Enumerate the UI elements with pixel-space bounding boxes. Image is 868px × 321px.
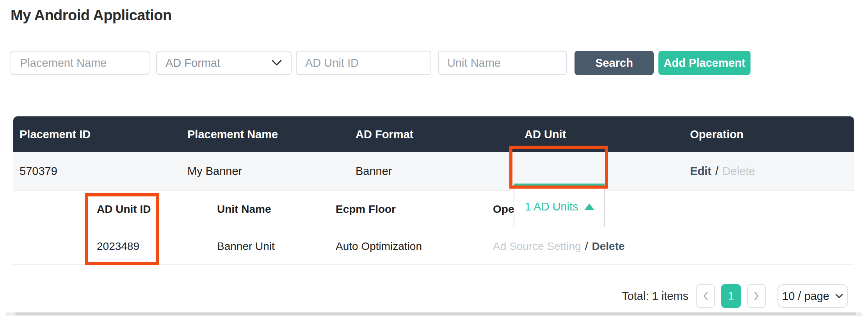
table-row: 570379 My Banner Banner Edit/Delete 1 AD… — [13, 152, 854, 190]
table-header-row: Placement ID Placement Name AD Format AD… — [13, 116, 854, 152]
edit-link[interactable]: Edit — [690, 165, 711, 177]
ecpm-floor-cell: Auto Optimization — [336, 240, 493, 253]
operation-cell: Edit/Delete — [690, 165, 854, 178]
unit-name-cell: Banner Unit — [217, 240, 336, 253]
col-header-placement-name: Placement Name — [187, 128, 356, 141]
operation-separator: / — [711, 165, 722, 177]
ad-unit-id-input[interactable] — [296, 51, 431, 75]
add-placement-button[interactable]: Add Placement — [658, 51, 751, 75]
ad-format-select-label: AD Format — [165, 57, 220, 70]
unit-name-input[interactable] — [438, 51, 567, 75]
subcol-header-unit-name: Unit Name — [217, 203, 336, 216]
subcol-header-ad-unit-id: AD Unit ID — [97, 203, 217, 216]
ad-format-select[interactable]: AD Format — [156, 51, 292, 75]
chevron-down-icon — [835, 293, 843, 299]
pagination: Total: 1 items 1 10 / page — [622, 284, 848, 308]
chevron-right-icon — [753, 291, 760, 301]
ad-source-setting-link[interactable]: Ad Source Setting — [493, 240, 581, 252]
col-header-placement-id: Placement ID — [20, 128, 187, 141]
placement-name-input[interactable] — [11, 51, 149, 75]
placements-table: Placement ID Placement Name AD Format AD… — [13, 116, 854, 265]
page-title: My Android Application — [11, 7, 172, 24]
total-items-label: Total: 1 items — [622, 290, 688, 303]
suboperation-separator: / — [581, 240, 592, 252]
placement-id-cell: 570379 — [20, 165, 187, 178]
subtable-row: 2023489 Banner Unit Auto Optimization Ad… — [13, 228, 854, 265]
ad-format-cell: Banner — [356, 165, 525, 178]
subtable-operation-cell: Ad Source Setting/Delete — [493, 240, 854, 253]
horizontal-scrollbar-thumb[interactable] — [15, 312, 856, 315]
page-size-label: 10 / page — [782, 290, 829, 303]
search-button[interactable]: Search — [575, 51, 654, 75]
col-header-operation: Operation — [690, 128, 854, 141]
col-header-ad-unit: AD Unit — [525, 128, 690, 141]
horizontal-scrollbar-track[interactable] — [5, 312, 863, 316]
page-1-button[interactable]: 1 — [721, 284, 741, 308]
page-size-select[interactable]: 10 / page — [777, 284, 848, 308]
subtable-delete-link[interactable]: Delete — [592, 240, 624, 252]
col-header-ad-format: AD Format — [356, 128, 525, 141]
next-page-button[interactable] — [747, 284, 766, 308]
delete-link[interactable]: Delete — [722, 165, 755, 177]
placement-name-cell: My Banner — [187, 165, 356, 178]
triangle-up-icon — [585, 203, 594, 210]
subtable-header-row: AD Unit ID Unit Name Ecpm Floor Operatio… — [13, 191, 854, 228]
ad-unit-subtable: AD Unit ID Unit Name Ecpm Floor Operatio… — [13, 190, 854, 265]
ad-units-expander-label: 1 AD Units — [525, 200, 578, 213]
subcol-header-ecpm-floor: Ecpm Floor — [336, 203, 493, 216]
ad-units-expander-button[interactable]: 1 AD Units — [514, 184, 605, 227]
app-page: { "page": { "title": "My Android Applica… — [0, 0, 868, 321]
chevron-left-icon — [703, 291, 709, 301]
ad-unit-id-cell: 2023489 — [97, 240, 217, 253]
prev-page-button[interactable] — [696, 284, 715, 308]
chevron-down-icon — [271, 59, 282, 66]
